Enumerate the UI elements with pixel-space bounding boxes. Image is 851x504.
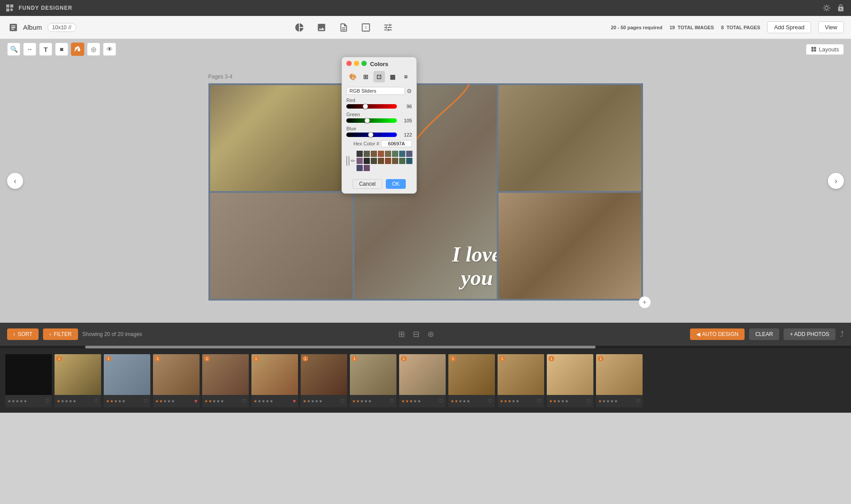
star-icon[interactable]: ★ <box>61 399 64 403</box>
star-icon[interactable]: ★ <box>262 399 265 403</box>
color-sliders-tab[interactable]: ⊞ <box>360 71 372 82</box>
star-icon[interactable]: ★ <box>12 399 15 403</box>
heart-icon[interactable]: ♡ <box>586 398 591 404</box>
photos-tool[interactable] <box>317 23 326 32</box>
star-icon[interactable]: ★ <box>413 399 417 403</box>
star-icon[interactable]: ★ <box>73 399 76 403</box>
star-icon[interactable]: ★ <box>319 399 322 403</box>
star-icon[interactable]: ★ <box>459 399 462 403</box>
heart-icon[interactable]: ♡ <box>45 398 50 404</box>
star-icon[interactable]: ★ <box>553 399 557 403</box>
spread-tool[interactable] <box>361 23 371 32</box>
adjust-tool[interactable] <box>383 23 393 32</box>
star-icon[interactable]: ★ <box>561 399 565 403</box>
star-icon[interactable]: ★ <box>516 399 519 403</box>
star-icon[interactable]: ★ <box>208 399 212 403</box>
star-icon[interactable]: ★ <box>114 399 118 403</box>
color-swatch[interactable] <box>406 158 412 164</box>
film-item[interactable]: 1★★★★★♡ <box>301 354 347 407</box>
star-icon[interactable]: ★ <box>266 399 269 403</box>
star-icon[interactable]: ★ <box>549 399 553 403</box>
layouts-button[interactable]: Layouts <box>806 44 844 55</box>
view-button[interactable]: View <box>818 21 844 33</box>
star-icon[interactable]: ★ <box>216 399 220 403</box>
heart-icon[interactable]: ♡ <box>488 398 493 404</box>
maximize-button[interactable] <box>361 61 367 66</box>
color-swatch[interactable] <box>357 151 363 157</box>
color-swatch[interactable] <box>371 158 377 164</box>
star-icon[interactable]: ★ <box>110 399 114 403</box>
star-icon[interactable]: ★ <box>455 399 458 403</box>
color-swatch[interactable] <box>364 151 370 157</box>
film-item[interactable]: 1★★★★★♡ <box>399 354 446 407</box>
star-icon[interactable]: ★ <box>16 399 19 403</box>
star-icon[interactable]: ★ <box>303 399 306 403</box>
star-icon[interactable]: ★ <box>24 399 27 403</box>
fit-tool[interactable]: ↔ <box>23 43 36 56</box>
star-icon[interactable]: ★ <box>8 399 11 403</box>
view-list-icon[interactable]: ⊟ <box>413 329 420 339</box>
heart-icon[interactable]: ♡ <box>537 398 542 404</box>
star-icon[interactable]: ★ <box>557 399 561 403</box>
close-button[interactable] <box>346 61 352 66</box>
heart-icon[interactable]: ♥ <box>194 398 197 404</box>
minimize-button[interactable] <box>354 61 359 66</box>
cancel-button[interactable]: Cancel <box>353 179 382 189</box>
sort-button[interactable]: ‹ SORT <box>7 328 39 340</box>
film-item[interactable]: 1★★★★★♡ <box>448 354 495 407</box>
photo-cell-5[interactable] <box>498 193 641 299</box>
filter-button[interactable]: ‹ FILTER <box>43 328 78 340</box>
star-icon[interactable]: ★ <box>451 399 454 403</box>
star-icon[interactable]: ★ <box>463 399 466 403</box>
star-icon[interactable]: ★ <box>20 399 23 403</box>
text-tool[interactable]: T <box>39 43 52 56</box>
film-item[interactable]: ★★★★★♡ <box>5 354 52 407</box>
film-item[interactable]: 1★★★★★♡ <box>547 354 593 407</box>
star-icon[interactable]: ★ <box>212 399 216 403</box>
photo-cell-1[interactable] <box>210 85 353 191</box>
heart-icon[interactable]: ♡ <box>389 398 394 404</box>
auto-design-button[interactable]: ◀ AUTO DESIGN <box>690 328 745 340</box>
star-icon[interactable]: ★ <box>69 399 72 403</box>
pages-tool[interactable] <box>339 23 349 32</box>
add-spread-circle-button[interactable]: + <box>639 296 651 309</box>
layers-icon[interactable]: ⊛ <box>427 329 434 339</box>
color-text-tool[interactable] <box>71 43 84 56</box>
star-icon[interactable]: ★ <box>364 399 368 403</box>
star-icon[interactable]: ★ <box>311 399 314 403</box>
star-icon[interactable]: ★ <box>467 399 470 403</box>
zoom-tool[interactable]: 🔍 <box>7 43 20 56</box>
star-icon[interactable]: ★ <box>220 399 224 403</box>
color-swatch[interactable] <box>378 151 384 157</box>
color-swatch[interactable] <box>392 158 398 164</box>
color-mode-select[interactable]: RGB Sliders HSB Sliders CMYK Sliders <box>346 87 405 95</box>
star-icon[interactable]: ★ <box>356 399 360 403</box>
red-slider-track[interactable] <box>346 104 397 109</box>
film-item[interactable]: 1★★★★★♡ <box>596 354 643 407</box>
star-icon[interactable]: ★ <box>171 399 175 403</box>
star-icon[interactable]: ★ <box>258 399 261 403</box>
eye-tool[interactable]: 👁 <box>103 43 116 56</box>
star-icon[interactable]: ★ <box>122 399 125 403</box>
photo-cell-3[interactable] <box>498 85 641 191</box>
star-icon[interactable]: ★ <box>368 399 372 403</box>
star-icon[interactable]: ★ <box>512 399 515 403</box>
color-swatch[interactable] <box>385 151 391 157</box>
color-swatch[interactable] <box>357 158 363 164</box>
heart-icon[interactable]: ♥ <box>293 398 296 404</box>
view-grid-icon[interactable]: ⊞ <box>398 329 405 339</box>
star-icon[interactable]: ★ <box>504 399 507 403</box>
heart-icon[interactable]: ♡ <box>143 398 148 404</box>
star-icon[interactable]: ★ <box>65 399 68 403</box>
color-swatch[interactable] <box>378 158 384 164</box>
star-icon[interactable]: ★ <box>315 399 318 403</box>
star-icon[interactable]: ★ <box>409 399 413 403</box>
film-item[interactable]: 1★★★★★♡ <box>55 354 101 407</box>
add-photos-button[interactable]: + ADD PHOTOS <box>784 328 835 340</box>
film-item[interactable]: 1★★★★★♡ <box>498 354 544 407</box>
star-icon[interactable]: ★ <box>167 399 171 403</box>
color-swatch[interactable] <box>364 158 370 164</box>
star-icon[interactable]: ★ <box>405 399 409 403</box>
film-item[interactable]: 1★★★★★♡ <box>350 354 396 407</box>
star-icon[interactable]: ★ <box>270 399 273 403</box>
